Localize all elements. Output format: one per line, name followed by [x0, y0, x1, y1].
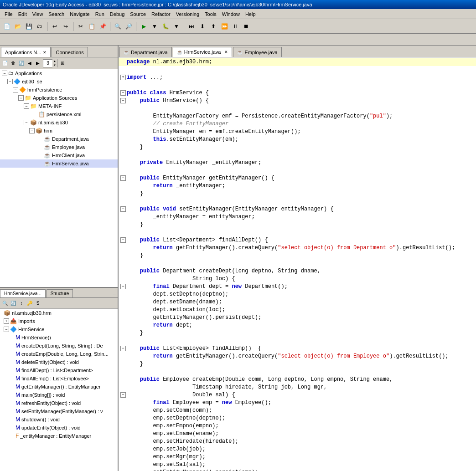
menu-file[interactable]: File — [2, 10, 16, 18]
redo-btn[interactable]: ↪ — [61, 21, 71, 31]
back-btn[interactable]: ◀ — [26, 59, 34, 67]
refresh-struct-btn[interactable]: 🔄 — [9, 299, 17, 307]
struct-package[interactable]: 📦 nl.amis.ejb30.hrm — [0, 309, 118, 317]
struct-imports[interactable]: + 📥 Imports — [0, 317, 118, 325]
expand-icon[interactable]: + — [4, 318, 9, 324]
find-btn[interactable]: 🔍 — [113, 21, 123, 31]
paste-btn[interactable]: 📌 — [98, 21, 108, 31]
struct-main[interactable]: M main(String[]) : void — [0, 391, 118, 399]
structure-tab[interactable]: Structure — [47, 289, 73, 297]
expand-icon[interactable]: − — [7, 79, 13, 84]
connections-tab[interactable]: Connections — [52, 47, 88, 57]
stop-btn[interactable]: ⏹ — [241, 21, 251, 31]
expand-icon[interactable]: − — [13, 87, 18, 92]
copy-btn[interactable]: 📋 — [87, 21, 97, 31]
fold-icon[interactable]: − — [120, 98, 126, 103]
menu-source[interactable]: Source — [127, 10, 149, 18]
run-btn[interactable]: ▶ — [139, 21, 149, 31]
tab-employee[interactable]: ☕ Employee.java — [233, 47, 281, 57]
menu-view[interactable]: View — [30, 10, 46, 18]
fold-icon[interactable]: − — [120, 346, 126, 351]
debug-drop-btn[interactable]: ▼ — [171, 21, 181, 31]
depth-down[interactable]: ▼ — [52, 63, 57, 67]
cut-btn[interactable]: ✂ — [76, 21, 86, 31]
struct-hrmservice[interactable]: − 🔷 HrmService — [0, 325, 118, 333]
fold-icon[interactable]: − — [120, 237, 126, 243]
depth-input[interactable] — [43, 61, 52, 66]
panel-minimize-btn[interactable]: — — [109, 50, 117, 57]
new-app-btn[interactable]: 📄 — [1, 59, 9, 67]
tree-nl-amis-ejb30[interactable]: − 📦 nl.amis.ejb30 — [0, 118, 118, 127]
fold-icon[interactable]: − — [120, 392, 126, 398]
run-drop-btn[interactable]: ▼ — [150, 21, 160, 31]
fold-icon[interactable]: − — [120, 90, 126, 96]
struct-updateentity[interactable]: M updateEntity(Object) : void — [0, 424, 118, 432]
expand-icon[interactable]: − — [2, 71, 7, 76]
search-icon-btn[interactable]: 🔍 — [1, 299, 9, 307]
save-all-btn[interactable]: 🗂 — [35, 21, 45, 31]
struct-getentitymgr[interactable]: M getEntityManager() : EntityManager — [0, 383, 118, 391]
expand-icon[interactable]: − — [24, 103, 29, 109]
undo-btn[interactable]: ↩ — [50, 21, 60, 31]
struct-deleteentity[interactable]: M deleteEntity(Object) : void — [0, 358, 118, 366]
filter-btn[interactable]: 🔑 — [26, 299, 34, 307]
struct-constructor[interactable]: M HrmService() — [0, 333, 118, 342]
delete-btn[interactable]: 🗑 — [9, 59, 17, 67]
refresh-btn[interactable]: 🔄 — [17, 59, 26, 67]
struct-findalldept[interactable]: M findAllDept() : List<Department> — [0, 366, 118, 374]
struct-findallemp[interactable]: M findAllEmp() : List<Employee> — [0, 374, 118, 383]
tree-ejb30-se[interactable]: − 🔷 ejb30_se — [0, 77, 118, 86]
menu-versioning[interactable]: Versioning — [173, 10, 202, 18]
applications-tab-close[interactable]: ✕ — [43, 50, 47, 55]
struct-shutdown[interactable]: M shutdown() : void — [0, 415, 118, 424]
step-over-btn[interactable]: ⏭ — [186, 21, 197, 31]
tree-hrmclient-java[interactable]: ☕ HrmClient.java — [0, 151, 118, 159]
applications-tab[interactable]: Applications N... ✕ — [1, 47, 51, 57]
fold-icon[interactable]: − — [120, 284, 126, 289]
pause-btn[interactable]: ⏸ — [230, 21, 240, 31]
open-btn[interactable]: 📂 — [13, 21, 23, 31]
sort-btn[interactable]: ↕ — [17, 299, 26, 307]
fold-icon[interactable]: − — [120, 175, 126, 181]
tree-hrmservice-java[interactable]: ☕ HrmService.java — [0, 159, 118, 168]
tree-applications-root[interactable]: − 🗂 Applications — [0, 69, 118, 77]
menu-window[interactable]: Window — [219, 10, 243, 18]
tree-hrmPersistence[interactable]: − 🔶 hrmPersistence — [0, 86, 118, 94]
struct-createdept[interactable]: M createDept(Long, String, String) : De — [0, 342, 118, 350]
new-btn[interactable]: 📄 — [2, 21, 12, 31]
menu-debug[interactable]: Debug — [107, 10, 127, 18]
tree-employee-java[interactable]: ☕ Employee.java — [0, 143, 118, 151]
struct-refreshentity[interactable]: M refreshEntity(Object) : void — [0, 399, 118, 407]
expand-all-btn[interactable]: S — [34, 299, 42, 307]
struct-entitymanager-field[interactable]: F _entityManager : EntityManager — [0, 432, 118, 440]
depth-up[interactable]: ▲ — [52, 59, 57, 63]
menu-refactor[interactable]: Refactor — [149, 10, 173, 18]
tree-app-sources[interactable]: − 📁 Application Sources — [0, 94, 118, 102]
save-btn[interactable]: 💾 — [24, 21, 34, 31]
close-tab-icon[interactable]: ✕ — [224, 50, 228, 54]
tree-meta-inf[interactable]: − 📁 META-INF — [0, 102, 118, 110]
tab-department[interactable]: ☕ Department.java — [119, 47, 172, 57]
step-out-btn[interactable]: ⬆ — [208, 21, 218, 31]
hrmservice-tab[interactable]: HrmService.java... — [0, 289, 46, 297]
debug-btn[interactable]: 🐛 — [160, 21, 171, 31]
forward-btn[interactable]: ▶ — [34, 59, 42, 67]
expand-icon[interactable]: − — [4, 327, 9, 332]
menu-search[interactable]: Search — [46, 10, 67, 18]
tree-department-java[interactable]: ☕ Department.java — [0, 135, 118, 143]
struct-setentitymgr[interactable]: M setEntityManager(EntityManager) : v — [0, 407, 118, 415]
expand-icon[interactable]: − — [18, 95, 24, 101]
menu-run[interactable]: Run — [93, 10, 107, 18]
step-into-btn[interactable]: ⬇ — [197, 21, 207, 31]
find2-btn[interactable]: 🔎 — [124, 21, 134, 31]
tree-hrm-package[interactable]: − 📦 hrm — [0, 127, 118, 135]
bottom-panel-btn[interactable]: — — [111, 291, 118, 297]
resume-btn[interactable]: ⏩ — [219, 21, 229, 31]
tab-hrmservice[interactable]: ☕ HrmService.java ✕ — [173, 47, 233, 57]
menu-navigate[interactable]: Navigate — [67, 10, 92, 18]
struct-createemp[interactable]: M createEmp(Double, Long, Long, Strin... — [0, 350, 118, 358]
menu-tools[interactable]: Tools — [202, 10, 219, 18]
tree-persistence-xml[interactable]: 📋 persistence.xml — [0, 110, 118, 118]
fold-icon[interactable]: + — [120, 75, 126, 80]
code-editor[interactable]: package nl.amis.ejb30.hrm; + import ...;… — [119, 57, 476, 471]
